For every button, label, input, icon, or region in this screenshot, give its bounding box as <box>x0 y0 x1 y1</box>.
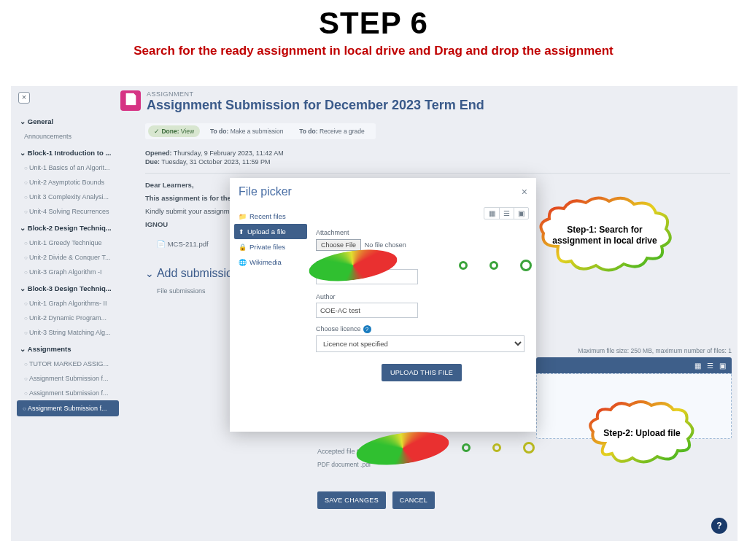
view-folder-icon[interactable]: ▣ <box>514 208 528 219</box>
repo-icon: 🌐 <box>239 259 247 266</box>
sidebar-item[interactable]: Unit-2 Dynamic Program... <box>17 311 119 325</box>
max-file-info: Maximum file size: 250 MB, maximum numbe… <box>578 347 732 354</box>
dates-block: Opened: Thursday, 9 February 2023, 11:42… <box>145 149 730 166</box>
author-input[interactable] <box>316 303 418 318</box>
sidebar-section[interactable]: General <box>17 112 119 129</box>
modal-close-icon[interactable]: × <box>522 186 527 198</box>
repo-icon: 📁 <box>239 213 247 220</box>
view-grid-icon[interactable]: ▦ <box>484 208 499 219</box>
repo-icon: ⬆ <box>239 228 244 236</box>
sidebar-item[interactable]: Unit-1 Graph Algorithms- II <box>17 296 119 311</box>
status-todo-2: To do: Receive a grade <box>293 125 371 137</box>
sidebar-section[interactable]: Block-2 Design Techniq... <box>17 219 119 236</box>
choose-file-button[interactable]: Choose File <box>316 239 361 251</box>
step-subtitle: Search for the ready assignment in local… <box>0 44 747 58</box>
sidebar-section[interactable]: Block-3 Design Techniq... <box>17 279 119 296</box>
step-title: STEP 6 <box>0 6 747 41</box>
file-picker-modal: File picker × 📁Recent files⬆Upload a fil… <box>230 178 536 432</box>
sidebar-item[interactable]: TUTOR MARKED ASSIG... <box>17 357 119 371</box>
sidebar-item[interactable]: Unit-4 Solving Recurrences <box>17 204 119 219</box>
sidebar-item[interactable]: Assignment Submission f... <box>17 386 119 400</box>
course-sidebar: GeneralAnnouncementsBlock-1 Introduction… <box>17 112 119 416</box>
view-list-icon[interactable]: ☰ <box>499 208 514 219</box>
licence-select[interactable]: Licence not specified <box>316 335 525 352</box>
callout-cloud-1: Step-1: Search for assignment in local d… <box>536 195 673 276</box>
view-grid-icon[interactable]: ▦ <box>694 362 701 370</box>
sidebar-section[interactable]: Block-1 Introduction to ... <box>17 144 119 160</box>
sidebar-item[interactable]: Announcements <box>17 129 119 144</box>
author-label: Author <box>316 293 527 300</box>
picker-repo-item[interactable]: 📁Recent files <box>234 209 307 224</box>
save-changes-button[interactable]: SAVE CHANGES <box>317 491 386 509</box>
sidebar-item[interactable]: Unit-1 Basics of an Algorit... <box>17 160 119 175</box>
kicker: ASSIGNMENT <box>147 90 484 98</box>
sidebar-item[interactable]: Assignment Submission f... <box>17 400 119 416</box>
status-row: Done: View To do: Make a submission To d… <box>145 123 376 139</box>
sidebar-item[interactable]: Unit-3 Graph Algorithm -I <box>17 265 119 279</box>
sidebar-item[interactable]: Unit-2 Divide & Conquer T... <box>17 250 119 265</box>
help-fab-icon[interactable]: ? <box>711 518 727 534</box>
sidebar-item[interactable]: Unit-3 String Matching Alg... <box>17 325 119 340</box>
sidebar-item[interactable]: Unit 3 Complexity Analysi... <box>17 190 119 204</box>
status-todo-1: To do: Make a submission <box>204 125 289 137</box>
view-list-icon[interactable]: ☰ <box>707 362 713 370</box>
upload-this-file-button[interactable]: UPLOAD THIS FILE <box>382 364 462 381</box>
picker-repo-item[interactable]: ⬆Upload a file <box>234 224 307 239</box>
annotation-trail-1 <box>459 260 532 271</box>
file-area-toolbar: ▦ ☰ ▣ <box>536 357 732 373</box>
sidebar-item[interactable]: Unit-1 Greedy Technique <box>17 236 119 250</box>
instruction-header: STEP 6 Search for the ready assignment i… <box>0 0 747 63</box>
choose-file-control[interactable]: Choose File No file chosen <box>316 239 527 251</box>
assignment-title: Assignment Submission for December 2023 … <box>147 98 484 113</box>
picker-view-options: ▦ ☰ ▣ <box>484 207 529 219</box>
drawer-close-icon[interactable]: × <box>18 92 30 104</box>
view-folder-icon[interactable]: ▣ <box>719 362 726 370</box>
assignment-icon <box>120 90 141 111</box>
attachment-label: Attachment <box>316 229 527 236</box>
picker-repositories: 📁Recent files⬆Upload a file🔒Private file… <box>230 206 307 430</box>
status-done: Done: View <box>148 125 200 137</box>
picker-repo-item[interactable]: 🌐Wikimedia <box>234 254 307 270</box>
sidebar-item[interactable]: Unit-2 Asymptotic Bounds <box>17 175 119 190</box>
modal-title: File picker <box>239 185 292 198</box>
annotation-trail-2 <box>462 442 535 454</box>
repo-icon: 🔒 <box>239 244 247 251</box>
sidebar-section[interactable]: Assignments <box>17 340 119 357</box>
sidebar-item[interactable]: Assignment Submission f... <box>17 371 119 386</box>
callout-cloud-2: Step-2: Upload file <box>587 400 697 467</box>
app-screenshot: × GeneralAnnouncementsBlock-1 Introducti… <box>11 86 738 541</box>
licence-label: Choose licence? <box>316 325 527 333</box>
no-file-chosen-text: No file chosen <box>365 241 406 249</box>
cancel-button[interactable]: CANCEL <box>392 491 435 509</box>
picker-repo-item[interactable]: 🔒Private files <box>234 239 307 254</box>
help-icon[interactable]: ? <box>363 325 371 333</box>
